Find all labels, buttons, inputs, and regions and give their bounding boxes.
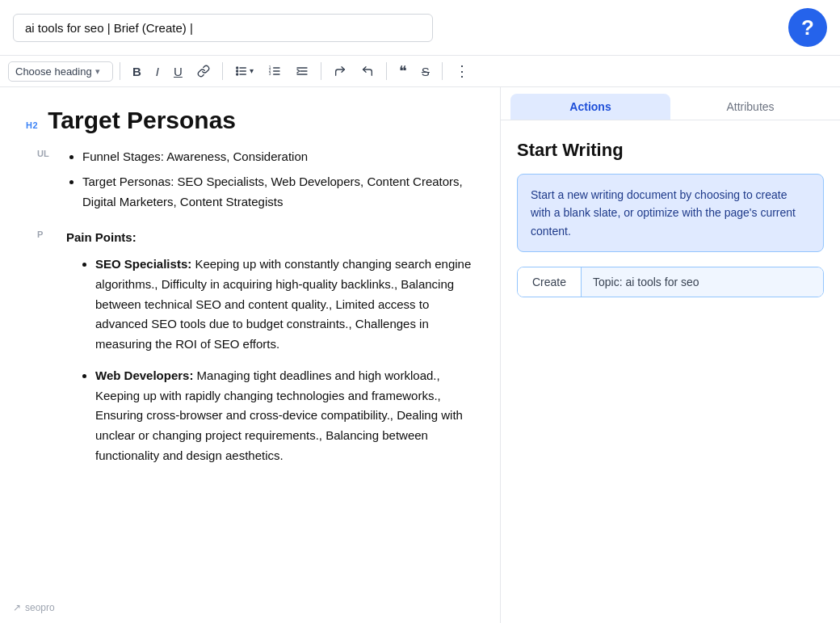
logo: ↗ seopro [13, 602, 55, 613]
document-title-input[interactable] [13, 14, 433, 42]
tab-attributes[interactable]: Attributes [670, 94, 830, 120]
pain-list-item: Web Developers: Managing tight deadlines… [95, 366, 474, 466]
svg-point-4 [237, 70, 238, 72]
svg-point-3 [237, 67, 238, 69]
list-item: Funnel Stages: Awareness, Consideration [82, 147, 474, 167]
italic-button[interactable]: I [150, 62, 165, 81]
top-bar: ? [0, 0, 840, 56]
redo-button[interactable] [328, 61, 352, 81]
ul-badge: UL [37, 149, 49, 158]
link-icon [197, 65, 210, 78]
ordered-list-icon: 123 [268, 65, 281, 78]
strikethrough-button[interactable]: S [416, 62, 435, 81]
list-button[interactable]: ▾ [229, 61, 259, 81]
quote-button[interactable]: ❝ [393, 61, 413, 82]
ordered-list-button[interactable]: 123 [262, 61, 287, 81]
svg-point-5 [237, 74, 238, 75]
redo-icon [334, 65, 346, 78]
logo-icon: ↗ [13, 602, 21, 613]
help-button[interactable]: ? [788, 8, 827, 47]
indent-button[interactable] [290, 61, 314, 81]
toolbar: Choose heading ▾ B I U ▾ 123 ❝ S ⋮ [0, 56, 840, 87]
bold-button[interactable]: B [127, 62, 147, 81]
editor-heading: Target Personas [48, 107, 236, 134]
panel-tabs: Actions Attributes [501, 87, 840, 120]
right-panel: Actions Attributes Start Writing Start a… [501, 87, 840, 623]
divider-2 [222, 62, 223, 80]
main-content: H2 Target Personas UL Funnel Stages: Awa… [0, 87, 840, 623]
logo-text: seopro [25, 602, 55, 613]
editor-pane[interactable]: H2 Target Personas UL Funnel Stages: Awa… [0, 87, 501, 623]
topic-display: Topic: ai tools for seo [582, 267, 823, 297]
chevron-down-icon: ▾ [95, 66, 100, 77]
panel-body: Start Writing Start a new writing docume… [501, 120, 840, 317]
pain-list: SEO Specialists: Keeping up with constan… [66, 255, 474, 466]
underline-button[interactable]: U [168, 62, 188, 81]
undo-icon [361, 65, 374, 78]
panel-title: Start Writing [517, 140, 824, 161]
divider-5 [442, 62, 443, 80]
list-icon [235, 65, 248, 78]
heading-select[interactable]: Choose heading ▾ [8, 61, 113, 82]
help-icon: ? [801, 15, 814, 40]
link-button[interactable] [191, 61, 216, 81]
undo-button[interactable] [355, 61, 380, 81]
create-button[interactable]: Create [518, 267, 582, 297]
divider-3 [321, 62, 321, 80]
indent-icon [296, 65, 309, 78]
svg-text:3: 3 [269, 72, 271, 76]
p-badge: P [37, 229, 43, 239]
divider-1 [120, 62, 120, 80]
list-item: Target Personas: SEO Specialists, Web De… [82, 172, 474, 213]
divider-4 [386, 62, 387, 80]
panel-description: Start a new writing document by choosing… [517, 174, 824, 252]
panel-action-row: Create Topic: ai tools for seo [517, 267, 824, 297]
list-chevron-icon: ▾ [250, 67, 254, 75]
h2-badge: H2 [26, 120, 38, 130]
pain-list-item: SEO Specialists: Keeping up with constan… [95, 255, 474, 355]
more-options-button[interactable]: ⋮ [449, 61, 475, 82]
tab-actions[interactable]: Actions [510, 94, 670, 120]
heading-select-label: Choose heading [15, 65, 92, 78]
pain-heading: Pain Points: [66, 228, 474, 248]
intro-list: Funnel Stages: Awareness, Consideration … [66, 147, 474, 212]
